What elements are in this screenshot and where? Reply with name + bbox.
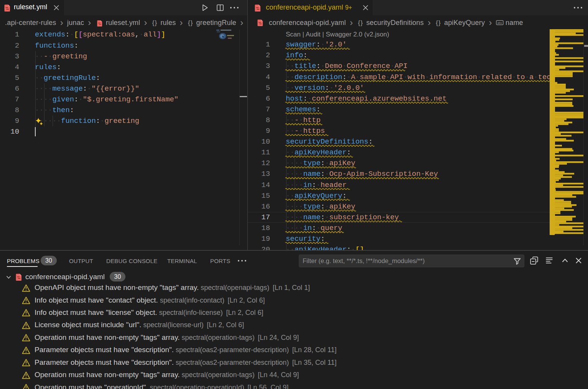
- svg-text:abc: abc: [497, 21, 502, 25]
